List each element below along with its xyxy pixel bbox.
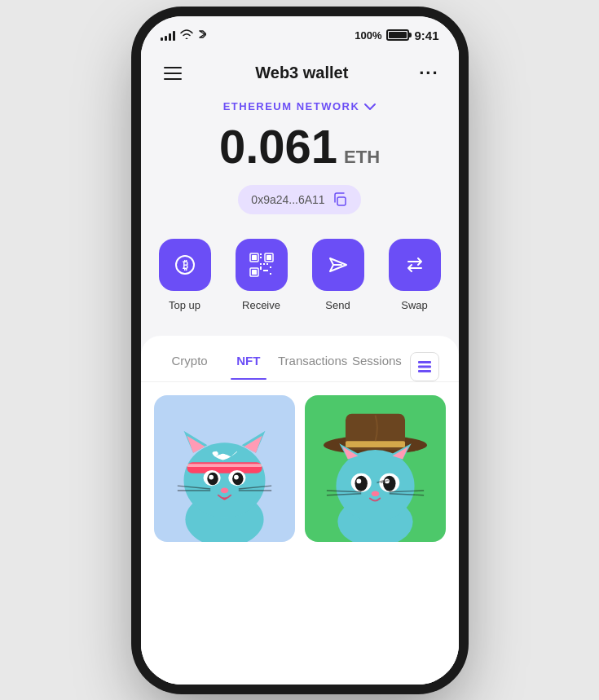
bluetooth-icon — [198, 28, 206, 43]
svg-rect-9 — [260, 253, 262, 255]
svg-rect-17 — [260, 266, 262, 270]
svg-point-53 — [355, 475, 367, 491]
svg-rect-4 — [252, 255, 257, 260]
more-button[interactable]: ··· — [419, 63, 438, 84]
signal-icon — [161, 29, 175, 41]
page-title: Web3 wallet — [255, 64, 348, 82]
svg-rect-29 — [187, 464, 262, 467]
receive-button[interactable]: Receive — [236, 239, 288, 311]
topup-label: Top up — [169, 299, 200, 311]
svg-point-36 — [234, 474, 239, 479]
svg-rect-14 — [270, 266, 271, 268]
wifi-icon — [180, 29, 193, 42]
tab-bar: Crypto NFT Transactions Sessions — [141, 336, 459, 382]
status-left — [161, 28, 206, 43]
svg-rect-0 — [337, 197, 346, 205]
battery-percent: 100% — [355, 29, 381, 42]
svg-rect-8 — [252, 270, 257, 275]
balance-section: ETHEREUM NETWORK 0.061 ETH 0x9a24...6A11 — [141, 94, 459, 239]
tab-sessions[interactable]: Sessions — [347, 354, 406, 379]
svg-text:₿: ₿ — [182, 258, 187, 271]
receive-icon — [236, 239, 288, 291]
app-header: Web3 wallet ··· — [141, 50, 459, 94]
chevron-down-icon — [364, 100, 376, 113]
svg-point-55 — [356, 478, 361, 483]
receive-label: Receive — [242, 299, 280, 311]
send-button[interactable]: Send — [312, 239, 364, 311]
nft-cat-2-image — [305, 395, 446, 542]
tab-nft[interactable]: NFT — [219, 354, 278, 379]
balance-value: 0.061 — [219, 123, 337, 170]
svg-rect-10 — [260, 257, 262, 258]
svg-rect-19 — [418, 361, 431, 363]
svg-point-35 — [209, 474, 214, 479]
svg-point-59 — [371, 491, 379, 496]
status-bar: 100% 9:41 — [141, 16, 459, 50]
list-view-button[interactable] — [410, 352, 439, 381]
svg-rect-12 — [260, 263, 262, 265]
svg-rect-11 — [263, 263, 265, 265]
svg-point-54 — [383, 475, 395, 491]
battery-icon — [386, 29, 409, 41]
network-label: ETHEREUM NETWORK — [223, 100, 360, 112]
nft-card-1[interactable] — [154, 395, 295, 542]
action-buttons: ₿ Top up — [141, 239, 459, 336]
svg-point-30 — [219, 453, 226, 460]
app-content: Web3 wallet ··· ETHEREUM NETWORK 0.061 E… — [141, 50, 459, 685]
topup-icon: ₿ — [159, 239, 211, 291]
nft-grid — [141, 382, 459, 685]
menu-button[interactable] — [161, 64, 185, 83]
svg-rect-13 — [266, 263, 268, 265]
clock: 9:41 — [414, 29, 438, 42]
svg-rect-6 — [266, 255, 271, 260]
list-icon — [417, 359, 432, 374]
status-right: 100% 9:41 — [355, 29, 438, 42]
phone-frame: 100% 9:41 Web3 wallet ··· ETHEREUM NETWO… — [141, 16, 459, 685]
balance-display: 0.061 ETH — [219, 123, 380, 170]
balance-currency: ETH — [344, 148, 380, 166]
svg-rect-16 — [270, 273, 271, 275]
send-icon — [312, 239, 364, 291]
tab-transactions[interactable]: Transactions — [278, 354, 347, 379]
tab-crypto[interactable]: Crypto — [161, 354, 219, 379]
nft-card-2[interactable] — [305, 395, 446, 542]
svg-point-46 — [336, 449, 414, 521]
svg-rect-44 — [345, 441, 404, 447]
swap-button[interactable]: Swap — [389, 239, 441, 311]
svg-point-37 — [220, 487, 228, 493]
nft-cat-1-image — [154, 395, 295, 542]
network-selector[interactable]: ETHEREUM NETWORK — [223, 100, 377, 113]
svg-point-23 — [183, 442, 265, 517]
svg-rect-21 — [418, 370, 431, 372]
svg-rect-18 — [263, 270, 268, 271]
wallet-address-button[interactable]: 0x9a24...6A11 — [238, 185, 360, 214]
copy-icon — [332, 192, 348, 208]
svg-rect-20 — [418, 365, 431, 368]
send-label: Send — [325, 299, 350, 311]
wallet-address-text: 0x9a24...6A11 — [251, 193, 324, 206]
swap-label: Swap — [401, 299, 428, 311]
swap-icon — [389, 239, 441, 291]
bottom-panel: Crypto NFT Transactions Sessions — [141, 336, 459, 685]
topup-button[interactable]: ₿ Top up — [159, 239, 211, 311]
